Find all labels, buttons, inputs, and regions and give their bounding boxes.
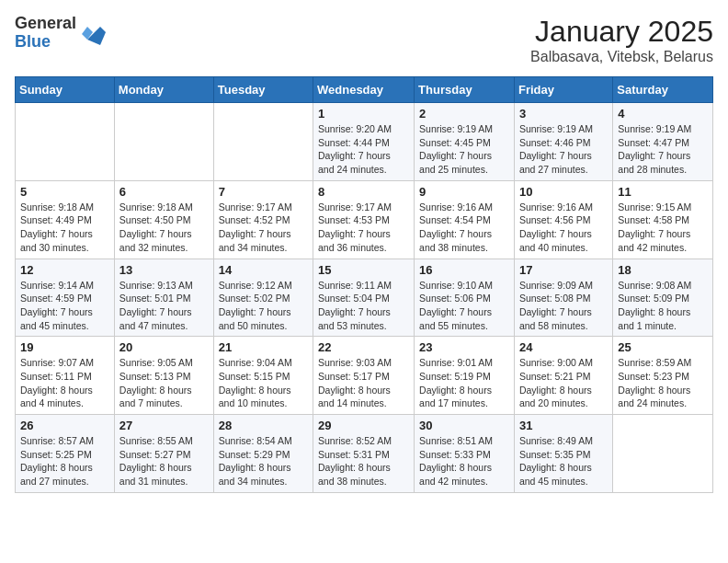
calendar-cell: 7Sunrise: 9:17 AM Sunset: 4:52 PM Daylig… [213,180,313,259]
day-info: Sunrise: 9:19 AM Sunset: 4:45 PM Dayligh… [419,122,509,177]
day-number: 4 [618,107,708,121]
day-number: 29 [318,419,409,432]
week-row-4: 19Sunrise: 9:07 AM Sunset: 5:11 PM Dayli… [16,337,713,415]
page-header: General Blue January 2025 Balbasava, Vit… [15,15,713,65]
week-row-2: 5Sunrise: 9:18 AM Sunset: 4:49 PM Daylig… [16,180,713,259]
calendar-cell: 23Sunrise: 9:01 AM Sunset: 5:19 PM Dayli… [415,337,515,415]
day-number: 22 [318,340,409,354]
day-info: Sunrise: 9:12 AM Sunset: 5:02 PM Dayligh… [219,279,308,333]
calendar-cell: 9Sunrise: 9:16 AM Sunset: 4:54 PM Daylig… [415,180,515,259]
logo: General Blue [15,15,108,52]
day-info: Sunrise: 9:16 AM Sunset: 4:56 PM Dayligh… [519,201,608,255]
calendar-cell: 12Sunrise: 9:14 AM Sunset: 4:59 PM Dayli… [16,259,115,337]
day-info: Sunrise: 9:15 AM Sunset: 4:58 PM Dayligh… [618,201,708,255]
day-info: Sunrise: 9:16 AM Sunset: 4:54 PM Dayligh… [419,201,509,255]
calendar-cell: 18Sunrise: 9:08 AM Sunset: 5:09 PM Dayli… [613,259,713,337]
day-info: Sunrise: 9:08 AM Sunset: 5:09 PM Dayligh… [618,279,708,333]
day-number: 7 [219,185,308,199]
calendar-cell: 13Sunrise: 9:13 AM Sunset: 5:01 PM Dayli… [114,259,213,337]
logo-blue-text: Blue [15,33,76,52]
day-number: 11 [618,185,708,199]
day-info: Sunrise: 8:49 AM Sunset: 5:35 PM Dayligh… [519,434,608,488]
calendar-cell: 25Sunrise: 8:59 AM Sunset: 5:23 PM Dayli… [613,337,713,415]
weekday-header-saturday: Saturday [613,77,713,103]
calendar-cell: 20Sunrise: 9:05 AM Sunset: 5:13 PM Dayli… [114,337,213,415]
calendar-cell: 5Sunrise: 9:18 AM Sunset: 4:49 PM Daylig… [16,180,115,259]
calendar-cell [613,415,713,493]
calendar-cell: 19Sunrise: 9:07 AM Sunset: 5:11 PM Dayli… [16,337,115,415]
calendar-cell: 15Sunrise: 9:11 AM Sunset: 5:04 PM Dayli… [313,259,415,337]
calendar-cell [16,103,115,181]
day-number: 5 [20,185,109,199]
day-info: Sunrise: 9:17 AM Sunset: 4:52 PM Dayligh… [219,201,308,255]
calendar-cell: 14Sunrise: 9:12 AM Sunset: 5:02 PM Dayli… [213,259,313,337]
day-info: Sunrise: 8:57 AM Sunset: 5:25 PM Dayligh… [20,434,109,488]
day-info: Sunrise: 9:03 AM Sunset: 5:17 PM Dayligh… [318,356,409,410]
calendar-cell [213,103,313,181]
day-number: 18 [618,263,708,277]
day-number: 14 [219,263,308,277]
calendar-cell: 24Sunrise: 9:00 AM Sunset: 5:21 PM Dayli… [514,337,612,415]
day-info: Sunrise: 9:00 AM Sunset: 5:21 PM Dayligh… [519,356,608,410]
title-block: January 2025 Balbasava, Vitebsk, Belarus [530,15,713,65]
day-info: Sunrise: 9:13 AM Sunset: 5:01 PM Dayligh… [119,279,209,333]
calendar-cell: 16Sunrise: 9:10 AM Sunset: 5:06 PM Dayli… [415,259,515,337]
weekday-header-sunday: Sunday [16,77,115,103]
day-number: 16 [419,263,509,277]
day-number: 25 [618,340,708,354]
day-info: Sunrise: 9:10 AM Sunset: 5:06 PM Dayligh… [419,279,509,333]
weekday-header-wednesday: Wednesday [313,77,415,103]
calendar-cell: 11Sunrise: 9:15 AM Sunset: 4:58 PM Dayli… [613,180,713,259]
logo-icon [80,19,108,47]
calendar-cell: 1Sunrise: 9:20 AM Sunset: 4:44 PM Daylig… [313,103,415,181]
weekday-header-row: SundayMondayTuesdayWednesdayThursdayFrid… [16,77,713,103]
calendar-cell: 2Sunrise: 9:19 AM Sunset: 4:45 PM Daylig… [415,103,515,181]
day-number: 13 [119,263,209,277]
day-number: 15 [318,263,409,277]
day-info: Sunrise: 9:19 AM Sunset: 4:47 PM Dayligh… [618,122,708,177]
calendar-cell: 21Sunrise: 9:04 AM Sunset: 5:15 PM Dayli… [213,337,313,415]
calendar-cell: 6Sunrise: 9:18 AM Sunset: 4:50 PM Daylig… [114,180,213,259]
month-title: January 2025 [530,15,713,49]
day-info: Sunrise: 9:20 AM Sunset: 4:44 PM Dayligh… [318,122,409,177]
calendar-cell: 8Sunrise: 9:17 AM Sunset: 4:53 PM Daylig… [313,180,415,259]
day-info: Sunrise: 8:59 AM Sunset: 5:23 PM Dayligh… [618,356,708,410]
day-number: 28 [219,419,308,432]
calendar-cell [114,103,213,181]
day-info: Sunrise: 8:51 AM Sunset: 5:33 PM Dayligh… [419,434,509,488]
day-number: 26 [20,419,109,432]
calendar-cell: 30Sunrise: 8:51 AM Sunset: 5:33 PM Dayli… [415,415,515,493]
calendar-cell: 10Sunrise: 9:16 AM Sunset: 4:56 PM Dayli… [514,180,612,259]
day-info: Sunrise: 9:14 AM Sunset: 4:59 PM Dayligh… [20,279,109,333]
location: Balbasava, Vitebsk, Belarus [530,49,713,65]
day-info: Sunrise: 9:18 AM Sunset: 4:49 PM Dayligh… [20,201,109,255]
day-number: 21 [219,340,308,354]
day-info: Sunrise: 9:11 AM Sunset: 5:04 PM Dayligh… [318,279,409,333]
day-info: Sunrise: 9:09 AM Sunset: 5:08 PM Dayligh… [519,279,608,333]
day-number: 20 [119,340,209,354]
day-number: 6 [119,185,209,199]
day-number: 23 [419,340,509,354]
day-number: 24 [519,340,608,354]
weekday-header-tuesday: Tuesday [213,77,313,103]
day-number: 1 [318,107,409,121]
calendar-cell: 29Sunrise: 8:52 AM Sunset: 5:31 PM Dayli… [313,415,415,493]
day-number: 30 [419,419,509,432]
calendar-cell: 22Sunrise: 9:03 AM Sunset: 5:17 PM Dayli… [313,337,415,415]
day-number: 8 [318,185,409,199]
day-number: 19 [20,340,109,354]
weekday-header-monday: Monday [114,77,213,103]
week-row-5: 26Sunrise: 8:57 AM Sunset: 5:25 PM Dayli… [16,415,713,493]
day-info: Sunrise: 9:17 AM Sunset: 4:53 PM Dayligh… [318,201,409,255]
logo-general-text: General [15,15,76,33]
day-number: 31 [519,419,608,432]
calendar-table: SundayMondayTuesdayWednesdayThursdayFrid… [15,76,713,493]
week-row-1: 1Sunrise: 9:20 AM Sunset: 4:44 PM Daylig… [16,103,713,181]
weekday-header-friday: Friday [514,77,612,103]
day-info: Sunrise: 8:54 AM Sunset: 5:29 PM Dayligh… [219,434,308,488]
calendar-cell: 27Sunrise: 8:55 AM Sunset: 5:27 PM Dayli… [114,415,213,493]
weekday-header-thursday: Thursday [415,77,515,103]
day-info: Sunrise: 8:52 AM Sunset: 5:31 PM Dayligh… [318,434,409,488]
day-info: Sunrise: 8:55 AM Sunset: 5:27 PM Dayligh… [119,434,209,488]
calendar-cell: 31Sunrise: 8:49 AM Sunset: 5:35 PM Dayli… [514,415,612,493]
